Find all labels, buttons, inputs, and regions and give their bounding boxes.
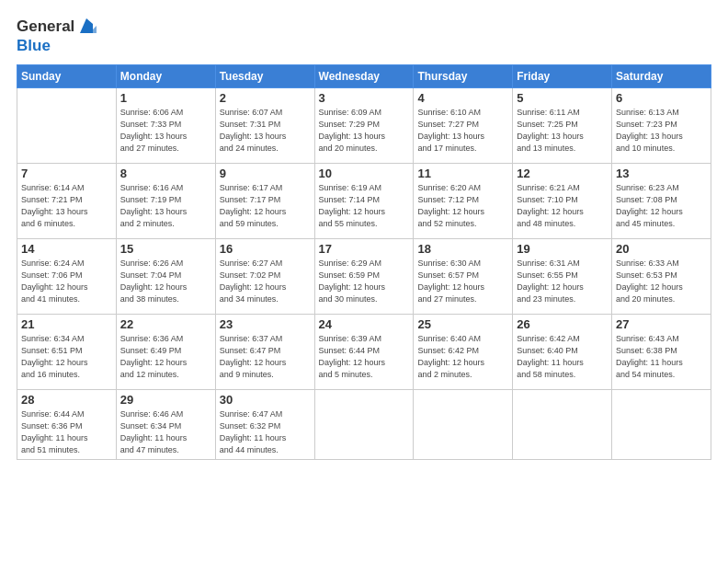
calendar-cell: 16Sunrise: 6:27 AMSunset: 7:02 PMDayligh… bbox=[215, 239, 314, 315]
day-info: Sunrise: 6:40 AMSunset: 6:42 PMDaylight:… bbox=[417, 333, 508, 381]
day-info: Sunrise: 6:19 AMSunset: 7:14 PMDaylight:… bbox=[319, 182, 410, 230]
calendar-cell: 12Sunrise: 6:21 AMSunset: 7:10 PMDayligh… bbox=[513, 164, 612, 239]
day-info: Sunrise: 6:11 AMSunset: 7:25 PMDaylight:… bbox=[517, 107, 608, 155]
day-info: Sunrise: 6:14 AMSunset: 7:21 PMDaylight:… bbox=[21, 182, 112, 230]
day-number: 8 bbox=[120, 167, 211, 180]
day-info: Sunrise: 6:17 AMSunset: 7:17 PMDaylight:… bbox=[220, 182, 311, 230]
day-info: Sunrise: 6:29 AMSunset: 6:59 PMDaylight:… bbox=[319, 258, 410, 305]
day-info: Sunrise: 6:43 AMSunset: 6:38 PMDaylight:… bbox=[616, 333, 707, 381]
day-info: Sunrise: 6:47 AMSunset: 6:32 PMDaylight:… bbox=[220, 408, 311, 456]
logo-icon bbox=[76, 17, 97, 37]
calendar-cell: 26Sunrise: 6:42 AMSunset: 6:40 PMDayligh… bbox=[513, 315, 612, 390]
calendar-cell: 7Sunrise: 6:14 AMSunset: 7:21 PMDaylight… bbox=[17, 164, 117, 239]
day-number: 9 bbox=[220, 167, 311, 180]
day-info: Sunrise: 6:30 AMSunset: 6:57 PMDaylight:… bbox=[417, 258, 508, 305]
day-number: 18 bbox=[417, 242, 508, 256]
calendar-cell: 24Sunrise: 6:39 AMSunset: 6:44 PMDayligh… bbox=[314, 315, 414, 390]
calendar-cell: 19Sunrise: 6:31 AMSunset: 6:55 PMDayligh… bbox=[513, 239, 612, 315]
day-number: 3 bbox=[319, 91, 410, 105]
calendar-cell: 29Sunrise: 6:46 AMSunset: 6:34 PMDayligh… bbox=[116, 390, 215, 460]
day-number: 20 bbox=[616, 242, 707, 256]
calendar-cell: 1Sunrise: 6:06 AMSunset: 7:33 PMDaylight… bbox=[116, 88, 215, 164]
day-number: 29 bbox=[120, 393, 211, 407]
weekday-header-thursday: Thursday bbox=[414, 65, 513, 88]
weekday-header-wednesday: Wednesday bbox=[314, 65, 414, 88]
day-number: 11 bbox=[417, 167, 508, 180]
day-info: Sunrise: 6:44 AMSunset: 6:36 PMDaylight:… bbox=[21, 408, 112, 456]
weekday-header-friday: Friday bbox=[513, 65, 612, 88]
day-number: 24 bbox=[319, 317, 410, 331]
day-info: Sunrise: 6:26 AMSunset: 7:04 PMDaylight:… bbox=[120, 258, 211, 305]
logo-blue: Blue bbox=[17, 37, 97, 55]
day-number: 2 bbox=[220, 91, 311, 105]
calendar-cell: 22Sunrise: 6:36 AMSunset: 6:49 PMDayligh… bbox=[116, 315, 215, 390]
day-info: Sunrise: 6:42 AMSunset: 6:40 PMDaylight:… bbox=[517, 333, 608, 381]
day-info: Sunrise: 6:06 AMSunset: 7:33 PMDaylight:… bbox=[120, 107, 211, 155]
day-number: 4 bbox=[417, 91, 508, 105]
day-number: 15 bbox=[120, 242, 211, 256]
day-info: Sunrise: 6:39 AMSunset: 6:44 PMDaylight:… bbox=[319, 333, 410, 381]
day-number: 12 bbox=[517, 167, 608, 180]
day-number: 1 bbox=[120, 91, 211, 105]
day-info: Sunrise: 6:33 AMSunset: 6:53 PMDaylight:… bbox=[616, 258, 707, 305]
week-row-1: 7Sunrise: 6:14 AMSunset: 7:21 PMDaylight… bbox=[17, 164, 711, 239]
day-info: Sunrise: 6:46 AMSunset: 6:34 PMDaylight:… bbox=[120, 408, 211, 456]
day-number: 28 bbox=[21, 393, 112, 407]
week-row-4: 28Sunrise: 6:44 AMSunset: 6:36 PMDayligh… bbox=[17, 390, 711, 460]
week-row-2: 14Sunrise: 6:24 AMSunset: 7:06 PMDayligh… bbox=[17, 239, 711, 315]
calendar-cell bbox=[612, 390, 711, 460]
calendar-cell: 28Sunrise: 6:44 AMSunset: 6:36 PMDayligh… bbox=[17, 390, 117, 460]
calendar-cell: 21Sunrise: 6:34 AMSunset: 6:51 PMDayligh… bbox=[17, 315, 117, 390]
day-number: 25 bbox=[417, 317, 508, 331]
calendar-cell: 6Sunrise: 6:13 AMSunset: 7:23 PMDaylight… bbox=[612, 88, 711, 164]
day-info: Sunrise: 6:10 AMSunset: 7:27 PMDaylight:… bbox=[417, 107, 508, 155]
day-number: 7 bbox=[21, 167, 112, 180]
day-number: 26 bbox=[517, 317, 608, 331]
calendar-cell: 30Sunrise: 6:47 AMSunset: 6:32 PMDayligh… bbox=[215, 390, 314, 460]
day-number: 27 bbox=[616, 317, 707, 331]
calendar-page: General Blue SundayMondayTuesdayWednesda… bbox=[0, 0, 728, 563]
calendar-cell: 15Sunrise: 6:26 AMSunset: 7:04 PMDayligh… bbox=[116, 239, 215, 315]
day-info: Sunrise: 6:34 AMSunset: 6:51 PMDaylight:… bbox=[21, 333, 112, 381]
week-row-3: 21Sunrise: 6:34 AMSunset: 6:51 PMDayligh… bbox=[17, 315, 711, 390]
day-info: Sunrise: 6:31 AMSunset: 6:55 PMDaylight:… bbox=[517, 258, 608, 305]
day-number: 6 bbox=[616, 91, 707, 105]
day-number: 14 bbox=[21, 242, 112, 256]
week-row-0: 1Sunrise: 6:06 AMSunset: 7:33 PMDaylight… bbox=[17, 88, 711, 164]
calendar-cell: 13Sunrise: 6:23 AMSunset: 7:08 PMDayligh… bbox=[612, 164, 711, 239]
calendar-cell: 17Sunrise: 6:29 AMSunset: 6:59 PMDayligh… bbox=[314, 239, 414, 315]
day-number: 13 bbox=[616, 167, 707, 180]
day-number: 16 bbox=[220, 242, 311, 256]
day-number: 10 bbox=[319, 167, 410, 180]
weekday-header-saturday: Saturday bbox=[612, 65, 711, 88]
day-number: 21 bbox=[21, 317, 112, 331]
calendar-cell bbox=[414, 390, 513, 460]
calendar-cell: 4Sunrise: 6:10 AMSunset: 7:27 PMDaylight… bbox=[414, 88, 513, 164]
day-info: Sunrise: 6:21 AMSunset: 7:10 PMDaylight:… bbox=[517, 182, 608, 230]
logo-general: General bbox=[17, 17, 74, 36]
day-info: Sunrise: 6:27 AMSunset: 7:02 PMDaylight:… bbox=[220, 258, 311, 305]
day-info: Sunrise: 6:16 AMSunset: 7:19 PMDaylight:… bbox=[120, 182, 211, 230]
weekday-header-tuesday: Tuesday bbox=[215, 65, 314, 88]
calendar-cell bbox=[513, 390, 612, 460]
day-info: Sunrise: 6:13 AMSunset: 7:23 PMDaylight:… bbox=[616, 107, 707, 155]
weekday-header-row: SundayMondayTuesdayWednesdayThursdayFrid… bbox=[17, 65, 711, 88]
calendar-cell: 5Sunrise: 6:11 AMSunset: 7:25 PMDaylight… bbox=[513, 88, 612, 164]
calendar-cell: 8Sunrise: 6:16 AMSunset: 7:19 PMDaylight… bbox=[116, 164, 215, 239]
calendar-cell: 14Sunrise: 6:24 AMSunset: 7:06 PMDayligh… bbox=[17, 239, 117, 315]
calendar-cell: 2Sunrise: 6:07 AMSunset: 7:31 PMDaylight… bbox=[215, 88, 314, 164]
weekday-header-sunday: Sunday bbox=[17, 65, 117, 88]
calendar-cell: 9Sunrise: 6:17 AMSunset: 7:17 PMDaylight… bbox=[215, 164, 314, 239]
day-number: 22 bbox=[120, 317, 211, 331]
calendar-cell: 25Sunrise: 6:40 AMSunset: 6:42 PMDayligh… bbox=[414, 315, 513, 390]
day-number: 19 bbox=[517, 242, 608, 256]
day-info: Sunrise: 6:37 AMSunset: 6:47 PMDaylight:… bbox=[220, 333, 311, 381]
day-info: Sunrise: 6:23 AMSunset: 7:08 PMDaylight:… bbox=[616, 182, 707, 230]
day-info: Sunrise: 6:36 AMSunset: 6:49 PMDaylight:… bbox=[120, 333, 211, 381]
header: General Blue bbox=[17, 17, 711, 55]
calendar-cell bbox=[314, 390, 414, 460]
calendar-cell: 18Sunrise: 6:30 AMSunset: 6:57 PMDayligh… bbox=[414, 239, 513, 315]
calendar-cell: 27Sunrise: 6:43 AMSunset: 6:38 PMDayligh… bbox=[612, 315, 711, 390]
logo: General Blue bbox=[17, 17, 97, 55]
day-number: 30 bbox=[220, 393, 311, 407]
